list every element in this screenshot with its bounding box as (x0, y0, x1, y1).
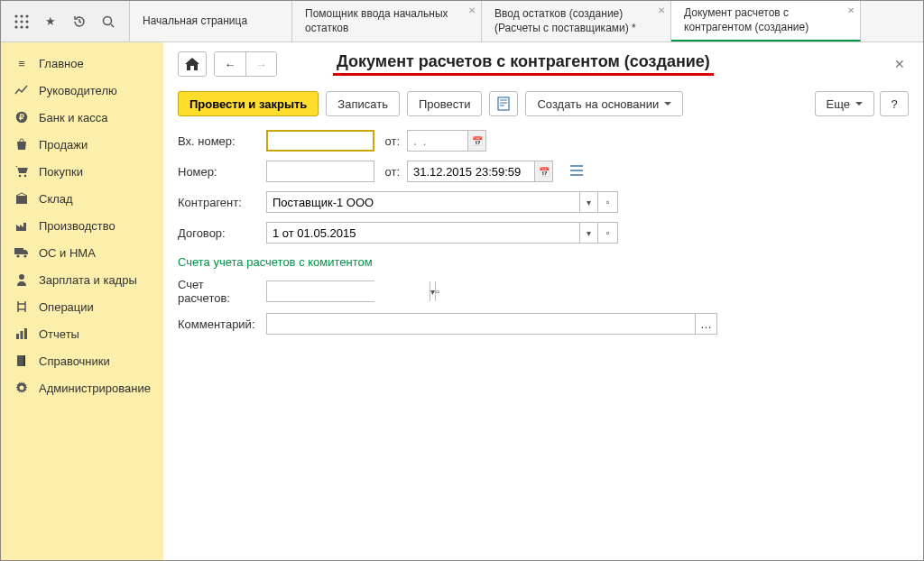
truck-icon (14, 245, 30, 260)
document-icon-button[interactable] (489, 91, 518, 116)
trend-icon (14, 83, 30, 97)
forward-button[interactable]: → (245, 52, 276, 76)
contract-input[interactable] (267, 223, 579, 243)
apps-icon[interactable] (14, 14, 30, 30)
close-icon[interactable]: ✕ (847, 5, 855, 16)
chevron-down-icon[interactable]: ▾ (579, 192, 597, 212)
svg-rect-20 (23, 355, 25, 366)
post-and-close-button[interactable]: Провести и закрыть (178, 91, 319, 116)
tab-label: Начальная страница (143, 14, 270, 29)
bag-icon (14, 137, 30, 152)
svg-point-15 (23, 254, 26, 257)
close-icon[interactable]: ✕ (658, 5, 665, 16)
account-input[interactable] (267, 281, 430, 301)
incoming-number-input[interactable] (266, 130, 374, 152)
sidebar-item-main[interactable]: ≡Главное (1, 50, 163, 77)
sidebar-item-sales[interactable]: Продажи (1, 131, 163, 158)
tab-assistant[interactable]: Помощник ввода начальных остатков ✕ (292, 1, 482, 41)
star-icon[interactable]: ★ (42, 14, 59, 30)
account-label: Счет расчетов: (178, 278, 259, 305)
page-title: Документ расчетов с контрагентом (создан… (333, 52, 714, 76)
box-icon (14, 191, 30, 206)
ellipsis-icon[interactable]: … (695, 314, 716, 334)
svg-point-14 (16, 254, 19, 257)
svg-point-2 (25, 14, 28, 17)
account-field[interactable]: ▾ ▫ (266, 280, 374, 302)
create-based-button[interactable]: Создать на основании (525, 91, 683, 116)
chevron-down-icon[interactable]: ▾ (579, 223, 597, 243)
incoming-date-input[interactable] (408, 131, 467, 151)
sidebar-item-label: Производство (39, 219, 116, 233)
sidebar-item-label: Банк и касса (39, 111, 108, 124)
sidebar-item-label: Администрирование (39, 382, 151, 395)
tab-label: Документ расчетов с контрагентом (создан… (684, 6, 838, 34)
incoming-number-label: Вх. номер: (178, 134, 259, 148)
svg-point-16 (19, 274, 24, 280)
tab-label: Ввод остатков (создание) (Расчеты с пост… (494, 7, 649, 35)
calendar-icon[interactable]: 📅 (467, 131, 485, 151)
comment-field[interactable]: … (266, 313, 717, 335)
sidebar-item-label: Отчеты (39, 327, 79, 341)
calendar-icon[interactable]: 📅 (534, 161, 552, 181)
svg-point-4 (20, 20, 23, 23)
open-icon[interactable]: ▫ (597, 192, 617, 212)
sidebar-item-assets[interactable]: ОС и НМА (1, 239, 163, 266)
sidebar-item-admin[interactable]: Администрирование (1, 374, 163, 401)
history-icon[interactable] (71, 14, 88, 30)
svg-point-3 (14, 20, 17, 23)
open-icon[interactable]: ▫ (597, 223, 617, 243)
lines-icon[interactable] (569, 164, 584, 179)
ops-icon (14, 299, 30, 314)
sidebar-item-salary[interactable]: Зарплата и кадры (1, 266, 163, 293)
sidebar-item-label: Справочники (39, 354, 110, 368)
open-icon[interactable]: ▫ (435, 281, 439, 301)
sidebar-item-bank[interactable]: ₽Банк и касса (1, 104, 163, 131)
sidebar-item-operations[interactable]: Операции (1, 293, 163, 320)
sidebar-item-production[interactable]: Производство (1, 212, 163, 239)
sidebar-item-label: Склад (39, 192, 73, 206)
tab-label: Помощник ввода начальных остатков (305, 7, 459, 35)
tab-document[interactable]: Документ расчетов с контрагентом (создан… (671, 1, 861, 41)
comment-input[interactable] (267, 314, 695, 334)
menu-icon: ≡ (14, 56, 30, 70)
sidebar-item-label: Продажи (39, 138, 88, 152)
accounts-section-link[interactable]: Счета учета расчетов с комитентом (178, 255, 909, 269)
sidebar-item-manager[interactable]: Руководителю (1, 77, 163, 104)
counterparty-input[interactable] (267, 192, 579, 212)
counterparty-field[interactable]: ▾ ▫ (266, 191, 618, 213)
home-button[interactable] (178, 51, 207, 77)
svg-point-1 (20, 14, 23, 17)
svg-point-5 (25, 20, 28, 23)
gear-icon (14, 381, 30, 395)
more-button[interactable]: Еще (815, 91, 874, 116)
close-button[interactable]: ✕ (891, 53, 909, 75)
help-button[interactable]: ? (880, 91, 909, 116)
sidebar-item-purchases[interactable]: Покупки (1, 158, 163, 185)
date-field[interactable]: 📅 (407, 161, 553, 182)
incoming-date-field[interactable]: 📅 (407, 130, 486, 152)
number-input[interactable] (266, 161, 374, 182)
search-icon[interactable] (100, 14, 116, 30)
svg-point-12 (19, 175, 22, 178)
nav-arrows: ← → (214, 51, 277, 77)
sidebar-item-references[interactable]: Справочники (1, 347, 163, 374)
svg-point-0 (14, 14, 17, 17)
contract-field[interactable]: ▾ ▫ (266, 222, 618, 244)
ruble-icon: ₽ (14, 110, 30, 124)
save-button[interactable]: Записать (326, 91, 400, 116)
sidebar-item-warehouse[interactable]: Склад (1, 185, 163, 212)
tab-balance-entry[interactable]: Ввод остатков (создание) (Расчеты с пост… (482, 1, 671, 41)
factory-icon (14, 218, 30, 233)
sidebar-item-label: Главное (39, 57, 84, 70)
back-button[interactable]: ← (215, 52, 245, 76)
svg-text:₽: ₽ (19, 113, 24, 122)
sidebar-item-label: Покупки (39, 165, 83, 179)
tab-home[interactable]: Начальная страница (130, 1, 292, 41)
svg-point-8 (25, 25, 28, 28)
close-icon[interactable]: ✕ (468, 5, 476, 16)
sidebar-item-label: Операции (39, 300, 94, 314)
chart-icon (14, 326, 30, 341)
date-input[interactable] (408, 161, 534, 181)
post-button[interactable]: Провести (407, 91, 483, 116)
sidebar-item-reports[interactable]: Отчеты (1, 320, 163, 347)
